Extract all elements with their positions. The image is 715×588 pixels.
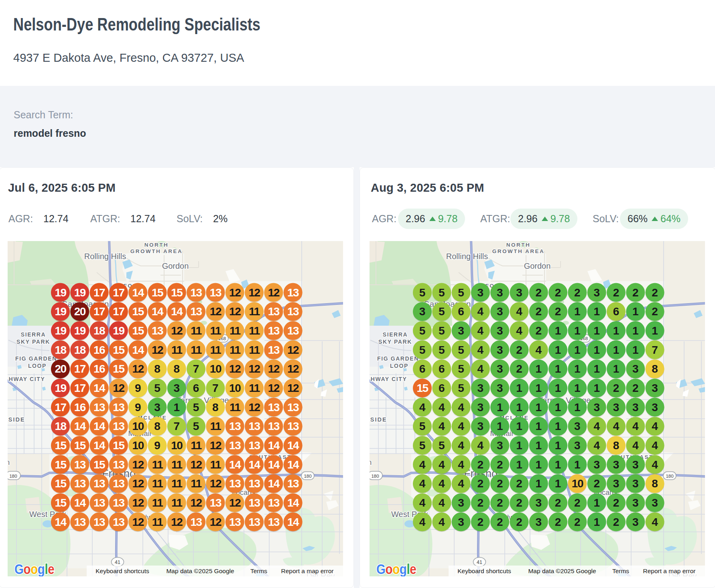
svg-text:12: 12 — [268, 286, 280, 299]
svg-text:14: 14 — [93, 439, 106, 452]
svg-text:14: 14 — [132, 344, 144, 356]
svg-text:6: 6 — [439, 382, 445, 394]
svg-text:2: 2 — [536, 286, 542, 299]
svg-text:14: 14 — [287, 497, 299, 509]
svg-text:3: 3 — [632, 458, 639, 471]
svg-text:14: 14 — [287, 458, 299, 471]
svg-text:11: 11 — [191, 477, 202, 490]
svg-text:5: 5 — [193, 420, 199, 432]
svg-text:9: 9 — [135, 401, 141, 414]
svg-text:1: 1 — [555, 477, 561, 490]
svg-text:1: 1 — [593, 363, 600, 375]
svg-text:2: 2 — [536, 305, 542, 318]
svg-text:4: 4 — [652, 420, 658, 432]
svg-text:16: 16 — [93, 363, 105, 375]
svg-text:1: 1 — [555, 363, 561, 375]
svg-text:3: 3 — [516, 286, 522, 299]
svg-text:3: 3 — [458, 516, 464, 528]
svg-text:1: 1 — [593, 516, 600, 528]
svg-text:1: 1 — [536, 401, 542, 414]
svg-text:3: 3 — [497, 286, 503, 299]
svg-text:3: 3 — [174, 382, 180, 394]
svg-text:13: 13 — [268, 344, 280, 356]
svg-text:3: 3 — [652, 497, 658, 509]
svg-text:13: 13 — [93, 497, 105, 509]
svg-text:1: 1 — [497, 401, 503, 414]
svg-text:12: 12 — [152, 344, 163, 356]
svg-text:1: 1 — [536, 382, 542, 394]
svg-text:11: 11 — [191, 439, 202, 452]
svg-text:19: 19 — [74, 286, 86, 299]
svg-text:12: 12 — [191, 458, 202, 471]
svg-text:15: 15 — [55, 458, 66, 471]
svg-text:3: 3 — [632, 401, 639, 414]
svg-text:3: 3 — [652, 382, 658, 394]
svg-text:19: 19 — [55, 382, 66, 394]
svg-text:3: 3 — [536, 497, 542, 509]
svg-text:15: 15 — [93, 458, 105, 471]
svg-text:9: 9 — [154, 439, 160, 452]
svg-text:4: 4 — [419, 516, 426, 528]
svg-text:11: 11 — [152, 477, 163, 490]
svg-text:12: 12 — [132, 477, 144, 490]
svg-text:11: 11 — [210, 344, 221, 356]
svg-text:15: 15 — [132, 305, 144, 318]
svg-text:11: 11 — [210, 458, 221, 471]
svg-text:19: 19 — [55, 324, 66, 337]
svg-text:3: 3 — [632, 516, 639, 528]
svg-text:14: 14 — [287, 439, 299, 452]
svg-text:13: 13 — [93, 516, 105, 528]
svg-text:2: 2 — [613, 497, 620, 509]
svg-text:13: 13 — [287, 477, 299, 490]
svg-text:12: 12 — [210, 305, 221, 318]
svg-text:1: 1 — [555, 420, 561, 432]
svg-text:1: 1 — [536, 458, 542, 471]
svg-text:12: 12 — [268, 363, 280, 375]
svg-text:13: 13 — [248, 516, 260, 528]
svg-text:5: 5 — [458, 286, 464, 299]
svg-text:19: 19 — [74, 324, 86, 337]
svg-text:14: 14 — [74, 420, 86, 432]
svg-text:20: 20 — [55, 363, 66, 375]
svg-text:5: 5 — [439, 286, 445, 299]
svg-text:1: 1 — [593, 382, 600, 394]
svg-text:2: 2 — [516, 344, 522, 356]
svg-text:4: 4 — [516, 324, 522, 337]
svg-text:7: 7 — [193, 363, 199, 375]
svg-text:19: 19 — [55, 305, 66, 318]
svg-text:4: 4 — [458, 401, 464, 414]
svg-text:14: 14 — [74, 497, 86, 509]
svg-text:2: 2 — [574, 286, 581, 299]
svg-text:4: 4 — [632, 420, 639, 432]
svg-text:1: 1 — [574, 458, 581, 471]
svg-text:3: 3 — [593, 458, 600, 471]
svg-text:2: 2 — [497, 497, 503, 509]
svg-text:3: 3 — [154, 401, 160, 414]
svg-text:13: 13 — [268, 497, 280, 509]
svg-text:20: 20 — [74, 305, 86, 318]
svg-text:13: 13 — [229, 477, 241, 490]
svg-text:1: 1 — [652, 324, 658, 337]
svg-text:4: 4 — [419, 458, 426, 471]
svg-text:13: 13 — [248, 497, 260, 509]
svg-text:11: 11 — [249, 344, 260, 356]
svg-text:14: 14 — [287, 516, 299, 528]
svg-text:15: 15 — [171, 286, 183, 299]
svg-text:8: 8 — [174, 363, 180, 375]
svg-text:5: 5 — [154, 382, 160, 394]
svg-text:13: 13 — [229, 439, 241, 452]
svg-text:4: 4 — [593, 439, 600, 452]
svg-text:Keyboard shortcuts: Keyboard shortcuts — [95, 568, 149, 574]
svg-text:19: 19 — [55, 286, 66, 299]
svg-text:13: 13 — [191, 286, 202, 299]
svg-text:14: 14 — [248, 458, 260, 471]
svg-text:12: 12 — [248, 401, 260, 414]
svg-text:4: 4 — [477, 344, 484, 356]
svg-text:12: 12 — [210, 439, 221, 452]
svg-text:12: 12 — [210, 516, 221, 528]
svg-text:1: 1 — [613, 363, 620, 375]
svg-text:1: 1 — [593, 305, 600, 318]
svg-text:13: 13 — [248, 439, 260, 452]
svg-text:2: 2 — [497, 477, 503, 490]
svg-text:2: 2 — [516, 477, 522, 490]
